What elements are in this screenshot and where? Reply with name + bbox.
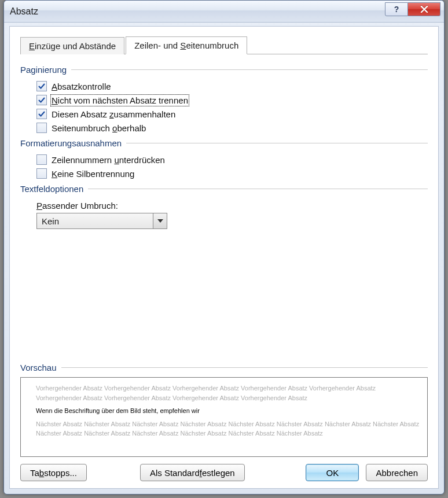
field-tight-wrap-label: Passender Umbruch: xyxy=(36,201,428,211)
preview-previous-paragraph: Vorhergehender Absatz Vorhergehender Abs… xyxy=(36,383,421,403)
checkbox-suppress-line-numbers[interactable] xyxy=(36,154,47,165)
field-tight-wrap: Passender Umbruch: Kein xyxy=(20,198,428,231)
group-formatting-exceptions-label: Formatierungsausnahmen xyxy=(20,138,126,148)
dialog-button-row: Tabstopps... Als Standard festlegen OK A… xyxy=(20,464,428,481)
checkbox-widow-control-label: Absatzkontrolle xyxy=(52,82,111,91)
checkbox-widow-control[interactable] xyxy=(36,81,47,91)
checkbox-suppress-line-numbers-row[interactable]: Zeilennummern unterdrücken xyxy=(20,153,428,167)
preview-current-paragraph: Wenn die Beschriftung über dem Bild steh… xyxy=(36,406,421,416)
preview-panel: Vorhergehender Absatz Vorhergehender Abs… xyxy=(20,377,428,457)
dialog-window: Absatz ? Einzüge und Abstände Zeilen- un… xyxy=(3,0,445,495)
group-preview: Vorschau xyxy=(20,363,428,372)
combo-tight-wrap-value: Kein xyxy=(37,213,153,228)
checkbox-keep-with-next[interactable] xyxy=(36,95,47,105)
checkbox-page-break-before-label: Seitenumbruch oberhalb xyxy=(52,123,146,133)
help-button[interactable]: ? xyxy=(385,2,408,16)
checkbox-keep-lines-together-label: Diesen Absatz zusammenhalten xyxy=(52,109,175,119)
checkbox-keep-with-next-row[interactable]: Nicht vom nächsten Absatz trennen xyxy=(20,93,428,107)
tab-line-page-breaks[interactable]: Zeilen- und Seitenumbruch xyxy=(126,36,247,54)
close-icon xyxy=(420,6,428,13)
tabstops-button[interactable]: Tabstopps... xyxy=(20,464,87,481)
group-pagination: Paginierung xyxy=(20,65,428,75)
tab-strip: Einzüge und Abstände Zeilen- und Seitenu… xyxy=(20,35,428,54)
dialog-body: Einzüge und Abstände Zeilen- und Seitenu… xyxy=(9,26,439,489)
group-textbox-options: Textfeldoptionen xyxy=(20,184,428,194)
close-button[interactable] xyxy=(408,2,440,16)
checkbox-keep-lines-together-row[interactable]: Diesen Absatz zusammenhalten xyxy=(20,107,428,121)
window-title: Absatz xyxy=(10,6,38,17)
checkbox-no-hyphenation-row[interactable]: Keine Silbentrennung xyxy=(20,167,428,180)
checkbox-page-break-before[interactable] xyxy=(36,123,47,133)
titlebar: Absatz ? xyxy=(4,1,444,23)
preview-next-paragraph: Nächster Absatz Nächster Absatz Nächster… xyxy=(36,419,421,438)
chevron-down-icon xyxy=(157,219,163,223)
cancel-button[interactable]: Abbrechen xyxy=(366,464,428,481)
tab-content: Paginierung Absatzkontrolle Nicht vom nä… xyxy=(20,54,428,481)
combo-tight-wrap[interactable]: Kein xyxy=(36,213,167,229)
checkbox-keep-lines-together[interactable] xyxy=(36,109,47,119)
checkbox-widow-control-row[interactable]: Absatzkontrolle xyxy=(20,79,428,93)
group-preview-label: Vorschau xyxy=(20,363,61,372)
check-icon xyxy=(38,96,46,104)
checkbox-no-hyphenation[interactable] xyxy=(36,168,47,179)
checkbox-page-break-before-row[interactable]: Seitenumbruch oberhalb xyxy=(20,121,428,135)
group-pagination-label: Paginierung xyxy=(20,65,71,75)
ok-button[interactable]: OK xyxy=(306,464,359,481)
checkbox-no-hyphenation-label: Keine Silbentrennung xyxy=(52,169,134,179)
combo-dropdown-button[interactable] xyxy=(153,213,167,228)
checkbox-suppress-line-numbers-label: Zeilennummern unterdrücken xyxy=(52,155,165,165)
group-formatting-exceptions: Formatierungsausnahmen xyxy=(20,138,428,148)
group-textbox-options-label: Textfeldoptionen xyxy=(20,184,88,194)
check-icon xyxy=(38,82,46,90)
checkbox-keep-with-next-label: Nicht vom nächsten Absatz trennen xyxy=(52,95,188,105)
set-as-default-button[interactable]: Als Standard festlegen xyxy=(140,464,245,481)
tab-indents-spacing[interactable]: Einzüge und Abstände xyxy=(20,37,124,54)
check-icon xyxy=(38,110,46,118)
